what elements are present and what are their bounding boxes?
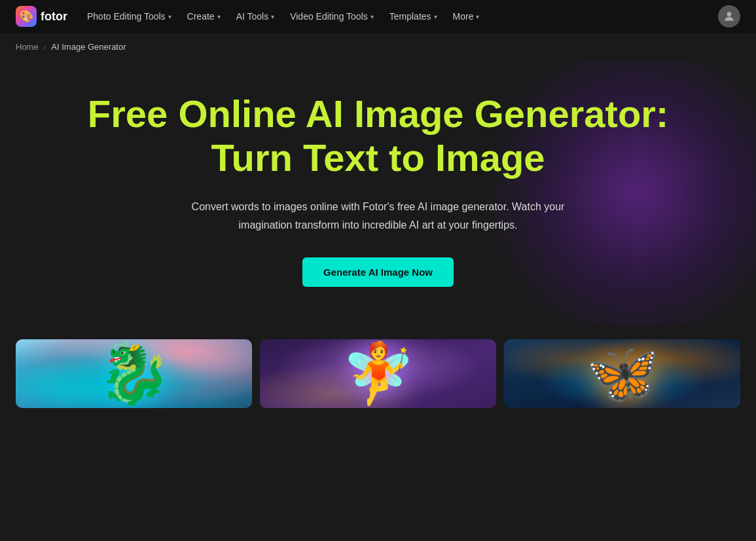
svg-point-0 (727, 12, 732, 16)
user-avatar[interactable] (718, 5, 740, 28)
nav-item-ai-tools[interactable]: AI Tools ▾ (230, 0, 281, 33)
nav-chevron-templates: ▾ (434, 13, 437, 20)
gallery-item-fairy: 🧚 (260, 339, 496, 408)
nav-chevron-video-editing: ▾ (370, 13, 374, 20)
nav-label-video-editing: Video Editing Tools (290, 11, 368, 22)
dragon-emoji: 🐉 (98, 339, 171, 408)
breadcrumb: Home › AI Image Generator (0, 33, 756, 61)
hero-section: Free Online AI Image Generator: Turn Tex… (0, 61, 756, 326)
logo-icon: 🎨 (16, 6, 37, 27)
fairy-emoji: 🧚 (342, 339, 415, 408)
navbar: 🎨 fotor Photo Editing Tools ▾ Create ▾ A… (0, 0, 756, 33)
logo-text: fotor (41, 10, 67, 24)
hero-title: Free Online AI Image Generator: Turn Tex… (52, 92, 704, 179)
generate-cta-button[interactable]: Generate AI Image Now (302, 257, 454, 287)
nav-label-photo-editing: Photo Editing Tools (87, 11, 166, 22)
butterfly-emoji: 🦋 (586, 339, 659, 408)
nav-item-more[interactable]: More ▾ (446, 0, 486, 33)
nav-chevron-photo-editing: ▾ (168, 13, 171, 20)
nav-chevron-ai-tools: ▾ (271, 13, 274, 20)
nav-chevron-create: ▾ (217, 13, 221, 20)
nav-label-ai-tools: AI Tools (236, 11, 269, 22)
nav-item-photo-editing[interactable]: Photo Editing Tools ▾ (81, 0, 178, 33)
breadcrumb-current: AI Image Generator (51, 42, 126, 52)
gallery-section: 🐉 🧚 🦋 (0, 339, 756, 408)
nav-item-create[interactable]: Create ▾ (181, 0, 227, 33)
gallery-item-butterfly: 🦋 (504, 339, 740, 408)
nav-label-more: More (453, 11, 474, 22)
logo[interactable]: 🎨 fotor (16, 6, 67, 27)
nav-item-video-editing[interactable]: Video Editing Tools ▾ (283, 0, 380, 33)
hero-subtitle: Convert words to images online with Foto… (169, 198, 588, 233)
nav-item-templates[interactable]: Templates ▾ (383, 0, 444, 33)
nav-label-create: Create (187, 11, 215, 22)
breadcrumb-home[interactable]: Home (16, 42, 39, 52)
user-icon (723, 10, 736, 23)
breadcrumb-separator: › (44, 43, 46, 51)
gallery-item-dragon: 🐉 (16, 339, 252, 408)
nav-label-templates: Templates (389, 11, 431, 22)
nav-chevron-more: ▾ (476, 13, 479, 20)
